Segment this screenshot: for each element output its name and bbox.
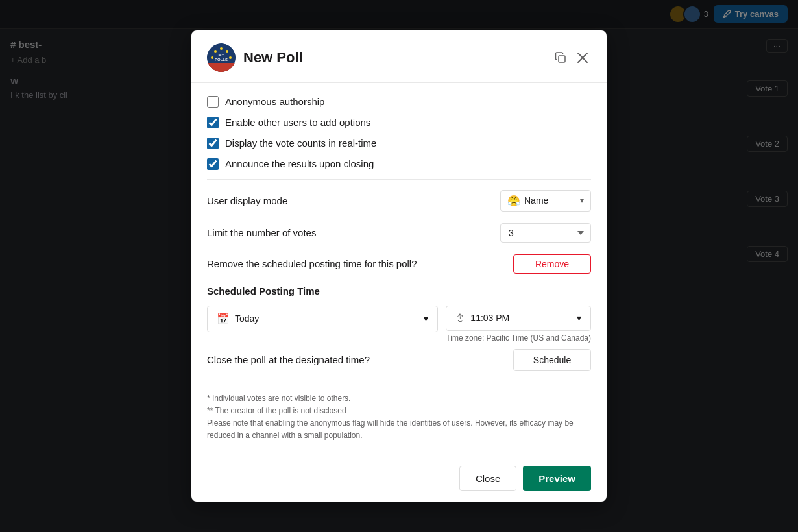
divider-1 [207, 179, 591, 180]
modal-header-actions [552, 49, 591, 66]
close-modal-button[interactable] [574, 49, 591, 66]
display-votes-checkbox[interactable] [207, 138, 219, 149]
svg-text:MY: MY [219, 53, 224, 57]
display-mode-value: Name [524, 195, 576, 206]
svg-point-4 [229, 56, 232, 59]
svg-rect-15 [559, 56, 565, 62]
date-label: Today [235, 313, 418, 324]
checkbox-row-display-votes: Display the vote counts in real-time [207, 138, 591, 149]
modal-footer: Close Preview [191, 455, 607, 502]
remove-scheduled-label: Remove the scheduled posting time for th… [207, 258, 417, 269]
display-mode-emoji: 😤 [507, 195, 520, 207]
footer-note-3: Please note that enabling the anonymous … [207, 417, 591, 442]
time-picker-button[interactable]: ⏱ 11:03 PM ▾ [446, 306, 591, 331]
anonymous-label: Anonymous authorship [225, 96, 324, 107]
user-display-mode-label: User display mode [207, 195, 287, 206]
timezone-text: Time zone: Pacific Time (US and Canada) [446, 333, 591, 343]
svg-point-3 [226, 50, 228, 53]
chevron-down-icon: ▾ [580, 196, 584, 205]
scheduled-row: 📅 Today ▾ ⏱ 11:03 PM ▾ Time zone: Pacifi… [207, 306, 591, 343]
preview-button[interactable]: Preview [523, 466, 591, 491]
clock-icon: ⏱ [455, 313, 465, 324]
time-label: 11:03 PM [470, 313, 509, 323]
footer-note-2: ** The creator of the poll is not disclo… [207, 405, 591, 417]
announce-label: Announce the results upon closing [225, 158, 374, 169]
copy-button[interactable] [552, 49, 569, 66]
modal-body: Anonymous authorship Enable other users … [191, 83, 607, 455]
svg-text:POLLS: POLLS [215, 58, 228, 62]
checkbox-row-enable-options: Enable other users to add options [207, 117, 591, 128]
footer-note-1: * Individual votes are not visible to ot… [207, 393, 591, 405]
limit-votes-select[interactable]: 3 1 2 4 5 [500, 223, 591, 243]
checkbox-row-anon: Anonymous authorship [207, 96, 591, 108]
svg-rect-14 [207, 63, 236, 72]
time-chevron-icon: ▾ [577, 313, 581, 323]
limit-votes-row: Limit the number of votes 3 1 2 4 5 [207, 223, 591, 243]
svg-point-9 [214, 50, 217, 53]
time-picker-col: ⏱ 11:03 PM ▾ Time zone: Pacific Time (US… [446, 306, 591, 343]
limit-votes-label: Limit the number of votes [207, 227, 316, 238]
close-button[interactable]: Close [459, 466, 516, 491]
svg-point-8 [211, 56, 213, 59]
svg-point-2 [220, 47, 223, 50]
date-chevron-icon: ▾ [424, 313, 428, 324]
user-display-mode-row: User display mode 😤 Name ▾ [207, 190, 591, 212]
remove-scheduled-row: Remove the scheduled posting time for th… [207, 254, 591, 274]
schedule-button[interactable]: Schedule [513, 349, 591, 371]
close-poll-label: Close the poll at the designated time? [207, 354, 370, 365]
anonymous-checkbox[interactable] [207, 96, 219, 108]
user-display-mode-select[interactable]: 😤 Name ▾ [500, 190, 591, 212]
enable-options-checkbox[interactable] [207, 117, 219, 128]
modal-title: New Poll [243, 49, 552, 66]
announce-checkbox[interactable] [207, 158, 219, 170]
close-poll-row: Close the poll at the designated time? S… [207, 349, 591, 371]
new-poll-modal: MY POLLS New Poll [191, 30, 607, 502]
poll-logo: MY POLLS [207, 43, 236, 72]
checkbox-row-announce: Announce the results upon closing [207, 158, 591, 170]
footer-notes: * Individual votes are not visible to ot… [207, 383, 591, 442]
date-picker-button[interactable]: 📅 Today ▾ [207, 306, 438, 332]
modal-header: MY POLLS New Poll [191, 30, 607, 83]
remove-button[interactable]: Remove [513, 254, 591, 274]
scheduled-posting-title: Scheduled Posting Time [207, 285, 591, 296]
modal-overlay: MY POLLS New Poll [0, 0, 798, 532]
enable-options-label: Enable other users to add options [225, 117, 370, 128]
display-votes-label: Display the vote counts in real-time [225, 138, 376, 149]
calendar-icon: 📅 [217, 313, 230, 325]
